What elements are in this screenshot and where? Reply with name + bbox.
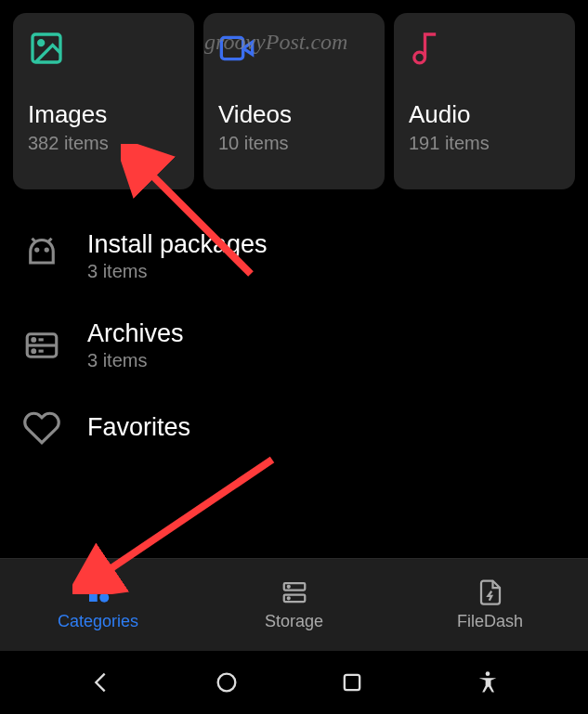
system-nav (0, 651, 588, 714)
list-count: 3 items (87, 261, 566, 282)
nav-categories[interactable]: Categories (0, 559, 196, 651)
svg-rect-22 (345, 675, 359, 690)
card-videos[interactable]: Videos 10 items (203, 13, 385, 189)
svg-point-12 (33, 350, 35, 353)
category-cards: Images 382 items Videos 10 items Audio 1… (0, 0, 588, 202)
svg-marker-14 (92, 581, 104, 591)
list-item-favorites[interactable]: Favorites (0, 390, 588, 448)
svg-rect-15 (89, 593, 98, 602)
svg-point-23 (486, 671, 490, 676)
android-icon (22, 237, 61, 276)
svg-point-3 (414, 52, 425, 63)
heart-icon (22, 409, 61, 448)
list-item-install-packages[interactable]: Install packages 3 items (0, 212, 588, 301)
home-button[interactable] (214, 669, 240, 695)
card-title: Audio (409, 100, 560, 129)
nav-label: FileDash (457, 612, 523, 631)
card-count: 10 items (218, 133, 370, 154)
list-item-archives[interactable]: Archives 3 items (0, 301, 588, 390)
nav-storage[interactable]: Storage (196, 559, 392, 651)
card-count: 191 items (409, 133, 560, 154)
bottom-nav: Categories Storage FileDash (0, 558, 588, 651)
svg-line-5 (48, 239, 52, 242)
svg-point-7 (46, 249, 47, 251)
storage-icon (281, 578, 308, 606)
svg-point-21 (217, 674, 235, 692)
image-icon (28, 30, 65, 67)
svg-point-10 (33, 338, 35, 341)
card-images[interactable]: Images 382 items (13, 13, 194, 189)
video-icon (218, 30, 255, 67)
svg-point-19 (287, 586, 289, 588)
recents-button[interactable] (339, 669, 365, 695)
svg-point-1 (39, 41, 44, 45)
nav-label: Categories (58, 612, 138, 631)
nav-label: Storage (265, 612, 323, 631)
category-list: Install packages 3 items Archives 3 item… (0, 202, 588, 448)
back-button[interactable] (87, 669, 113, 695)
svg-line-4 (33, 239, 36, 242)
list-title: Archives (87, 319, 566, 348)
filedash-icon (477, 578, 504, 606)
card-title: Videos (218, 100, 370, 129)
archive-icon (22, 326, 61, 365)
list-title: Install packages (87, 230, 566, 259)
svg-rect-2 (221, 37, 242, 58)
card-audio[interactable]: Audio 191 items (394, 13, 575, 189)
audio-icon (409, 30, 446, 67)
list-count: 3 items (87, 350, 566, 371)
nav-filedash[interactable]: FileDash (392, 559, 588, 651)
card-title: Images (28, 100, 179, 129)
svg-point-16 (99, 593, 109, 603)
svg-point-6 (36, 249, 38, 251)
categories-icon (85, 578, 112, 606)
list-title: Favorites (87, 413, 566, 442)
card-count: 382 items (28, 133, 179, 154)
svg-point-20 (287, 597, 289, 599)
accessibility-button[interactable] (475, 669, 501, 695)
